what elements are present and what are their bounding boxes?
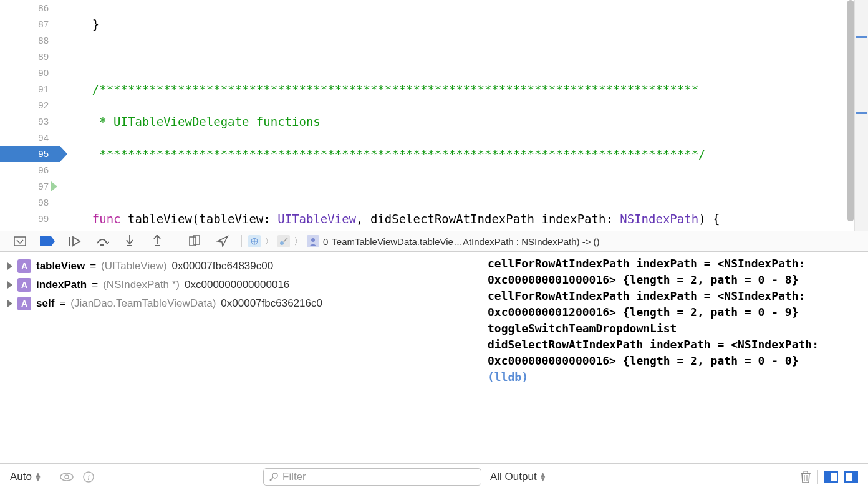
variable-type: (UITableView) [101,260,167,272]
process-icon [248,235,261,247]
step-out-icon[interactable] [145,233,170,250]
separator [241,235,242,247]
view-debug-icon[interactable] [183,233,208,250]
scrollbar-thumb[interactable] [847,0,854,221]
variables-panel[interactable]: A tableView = (UITableView) 0x00007fbc64… [0,252,481,463]
breakpoints-toggle-icon[interactable] [35,233,60,250]
gutter-line[interactable]: 94 [0,130,49,146]
filter-placeholder: Filter [282,471,306,483]
thread-icon [277,235,290,247]
filter-icon [269,472,279,482]
disclosure-icon[interactable] [7,262,12,270]
step-over-icon[interactable] [90,233,115,250]
variable-name: indexPath [36,279,87,291]
svg-point-12 [280,241,284,245]
disclosure-icon[interactable] [7,300,12,307]
svg-point-14 [60,473,73,481]
disclosure-icon[interactable] [7,281,12,289]
gutter-exec-marker[interactable]: 97 [0,178,49,195]
separator [817,470,818,484]
debug-toolbar: 〉 〉 0 TeamTableViewData.tableVie…AtIndex… [0,231,868,252]
gutter-line[interactable]: 93 [0,113,49,130]
separator [176,235,176,247]
console-line: cellForRowAtIndexPath indexPath = <NSInd… [488,256,862,288]
frame-number: 0 [323,236,328,247]
breadcrumb-separator: 〉 [294,236,303,247]
gutter-line[interactable]: 91 [0,81,49,97]
svg-rect-2 [100,244,104,246]
line-gutter[interactable]: 86 87 88 89 90 91 92 93 94 95 96 97 98 9… [0,0,60,231]
variable-name: self [36,297,54,310]
svg-rect-4 [127,245,132,246]
svg-point-20 [270,479,272,481]
lldb-prompt[interactable]: (lldb) [488,370,528,383]
variables-scope-selector[interactable]: Auto ▲▼ [10,471,42,483]
gutter-line[interactable]: 86 [0,0,49,16]
location-icon[interactable] [210,233,235,250]
svg-text:i: i [87,473,90,482]
updown-icon: ▲▼ [539,473,547,481]
gutter-line[interactable]: 89 [0,49,49,65]
variable-type: (JianDao.TeamTableViewData) [70,297,216,310]
bottom-toolbar: Auto ▲▼ i Filter All Output ▲▼ [0,464,868,490]
code-line[interactable]: ****************************************… [64,146,868,162]
code-editor: 86 87 88 89 90 91 92 93 94 95 96 97 98 9… [0,0,868,231]
svg-rect-0 [14,237,26,246]
show-variables-panel-toggle[interactable] [824,471,838,483]
updown-icon: ▲▼ [34,473,42,481]
gutter-line[interactable]: 96 [0,162,49,178]
breadcrumb-separator: 〉 [264,236,274,247]
gutter-line[interactable]: 92 [0,97,49,113]
debug-panels: A tableView = (UITableView) 0x00007fbc64… [0,252,868,464]
code-text-area[interactable]: } /*************************************… [60,0,868,231]
gutter-line[interactable]: 90 [0,65,49,81]
frame-icon [307,235,319,247]
svg-rect-1 [69,237,70,246]
step-into-icon[interactable] [117,233,142,250]
separator [51,470,51,484]
gutter-breakpoint[interactable]: 95 [0,146,60,162]
variables-filter-input[interactable]: Filter [263,468,481,486]
frame-label: TeamTableViewData.tableVie…AtIndexPath :… [332,236,599,247]
gutter-line[interactable]: 98 [0,195,49,211]
variable-value: 0xc000000000000016 [185,279,289,291]
variable-kind-icon: A [17,297,31,310]
console-line: didSelectRowAtIndexPath indexPath = <NSI… [488,337,862,369]
console-line: cellForRowAtIndexPath indexPath = <NSInd… [488,288,862,320]
scroll-minimap[interactable] [854,0,868,231]
continue-icon[interactable] [62,233,87,250]
debug-views-icon[interactable] [7,233,32,250]
svg-rect-6 [155,245,160,246]
variable-row[interactable]: A self = (JianDao.TeamTableViewData) 0x0… [0,294,481,313]
code-line[interactable]: /***************************************… [64,81,868,97]
variable-kind-icon: A [17,278,31,292]
svg-point-15 [65,475,69,479]
gutter-line[interactable]: 87 [0,16,49,32]
code-line[interactable] [64,49,868,65]
code-line[interactable]: * UITableViewDelegate functions [64,113,868,130]
debug-breadcrumb[interactable]: 〉 〉 0 TeamTableViewData.tableVie…AtIndex… [248,235,600,247]
code-line[interactable]: func tableView(tableView: UITableView, d… [64,211,868,227]
variable-row[interactable]: A tableView = (UITableView) 0x00007fbc64… [0,257,481,276]
console-output-selector[interactable]: All Output ▲▼ [490,471,547,483]
svg-point-13 [311,238,315,242]
console-line: toggleSwitchTeamDropdownList [488,320,862,337]
clear-console-icon[interactable] [800,470,811,484]
variable-value: 0x00007fbc636216c0 [221,297,322,310]
svg-point-18 [272,473,277,478]
console-panel[interactable]: cellForRowAtIndexPath indexPath = <NSInd… [481,252,868,463]
variable-value: 0x00007fbc64839c00 [172,260,274,272]
variable-kind-icon: A [17,259,31,273]
code-line[interactable] [64,178,868,195]
quicklook-icon[interactable] [60,472,74,482]
gutter-line[interactable]: 88 [0,32,49,49]
variable-type: (NSIndexPath *) [103,279,180,291]
variable-row[interactable]: A indexPath = (NSIndexPath *) 0xc0000000… [0,276,481,294]
svg-rect-24 [804,471,808,473]
show-console-panel-toggle[interactable] [844,471,858,483]
gutter-line[interactable]: 99 [0,211,49,227]
variable-name: tableView [36,260,85,272]
info-icon[interactable]: i [82,471,95,483]
code-line[interactable]: } [64,16,868,32]
